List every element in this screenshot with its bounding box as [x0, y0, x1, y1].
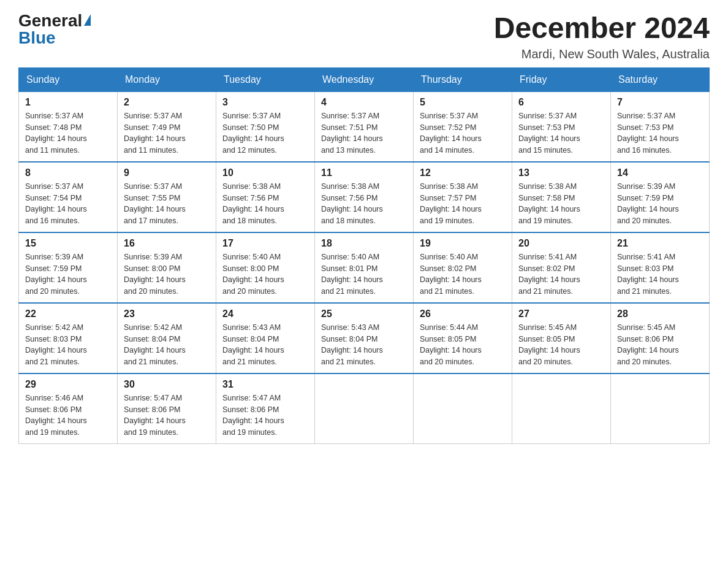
day-number: 21: [617, 238, 703, 249]
weekday-header-wednesday: Wednesday: [315, 67, 414, 91]
calendar-day-cell: 26 Sunrise: 5:44 AM Sunset: 8:05 PM Dayl…: [414, 303, 512, 373]
day-info: Sunrise: 5:42 AM Sunset: 8:03 PM Dayligh…: [25, 322, 111, 368]
month-title: December 2024: [494, 12, 710, 45]
calendar-day-cell: 21 Sunrise: 5:41 AM Sunset: 8:03 PM Dayl…: [611, 232, 710, 303]
day-number: 2: [124, 97, 210, 108]
calendar-day-cell: 27 Sunrise: 5:45 AM Sunset: 8:05 PM Dayl…: [512, 303, 611, 373]
day-info: Sunrise: 5:47 AM Sunset: 8:06 PM Dayligh…: [124, 393, 210, 439]
day-info: Sunrise: 5:45 AM Sunset: 8:06 PM Dayligh…: [617, 322, 703, 368]
calendar-day-cell: 16 Sunrise: 5:39 AM Sunset: 8:00 PM Dayl…: [118, 232, 216, 303]
day-info: Sunrise: 5:37 AM Sunset: 7:52 PM Dayligh…: [420, 110, 506, 156]
weekday-header-thursday: Thursday: [414, 67, 512, 91]
calendar-week-row: 1 Sunrise: 5:37 AM Sunset: 7:48 PM Dayli…: [19, 91, 710, 162]
day-number: 25: [321, 308, 407, 320]
day-number: 8: [25, 167, 111, 178]
calendar-day-cell: 20 Sunrise: 5:41 AM Sunset: 8:02 PM Dayl…: [512, 232, 611, 303]
day-number: 11: [321, 167, 407, 178]
day-number: 10: [222, 167, 308, 178]
day-number: 22: [25, 308, 111, 320]
calendar-day-cell: 12 Sunrise: 5:38 AM Sunset: 7:57 PM Dayl…: [414, 162, 512, 232]
day-info: Sunrise: 5:41 AM Sunset: 8:02 PM Dayligh…: [518, 251, 604, 297]
weekday-header-tuesday: Tuesday: [216, 67, 315, 91]
day-info: Sunrise: 5:46 AM Sunset: 8:06 PM Dayligh…: [25, 393, 111, 439]
title-block: December 2024 Mardi, New South Wales, Au…: [494, 12, 710, 61]
calendar-table: SundayMondayTuesdayWednesdayThursdayFrid…: [18, 67, 710, 444]
calendar-day-cell: 14 Sunrise: 5:39 AM Sunset: 7:59 PM Dayl…: [611, 162, 710, 232]
calendar-day-cell: 23 Sunrise: 5:42 AM Sunset: 8:04 PM Dayl…: [118, 303, 216, 373]
calendar-day-cell: [315, 373, 414, 444]
calendar-day-cell: 31 Sunrise: 5:47 AM Sunset: 8:06 PM Dayl…: [216, 373, 315, 444]
day-number: 27: [518, 308, 604, 320]
day-info: Sunrise: 5:37 AM Sunset: 7:54 PM Dayligh…: [25, 181, 111, 227]
day-number: 30: [124, 379, 210, 390]
day-number: 4: [321, 97, 407, 108]
day-number: 29: [25, 379, 111, 390]
day-number: 31: [222, 379, 308, 390]
logo-triangle-icon: [84, 14, 91, 26]
day-number: 18: [321, 238, 407, 249]
day-info: Sunrise: 5:43 AM Sunset: 8:04 PM Dayligh…: [222, 322, 308, 368]
calendar-day-cell: 3 Sunrise: 5:37 AM Sunset: 7:50 PM Dayli…: [216, 91, 315, 162]
day-info: Sunrise: 5:37 AM Sunset: 7:51 PM Dayligh…: [321, 110, 407, 156]
calendar-day-cell: [611, 373, 710, 444]
day-number: 7: [617, 97, 703, 108]
day-number: 23: [124, 308, 210, 320]
calendar-day-cell: 29 Sunrise: 5:46 AM Sunset: 8:06 PM Dayl…: [19, 373, 118, 444]
location-subtitle: Mardi, New South Wales, Australia: [494, 47, 710, 61]
day-info: Sunrise: 5:37 AM Sunset: 7:53 PM Dayligh…: [617, 110, 703, 156]
calendar-day-cell: 30 Sunrise: 5:47 AM Sunset: 8:06 PM Dayl…: [118, 373, 216, 444]
day-info: Sunrise: 5:39 AM Sunset: 8:00 PM Dayligh…: [124, 251, 210, 297]
weekday-header-friday: Friday: [512, 67, 611, 91]
calendar-day-cell: 9 Sunrise: 5:37 AM Sunset: 7:55 PM Dayli…: [118, 162, 216, 232]
day-number: 24: [222, 308, 308, 320]
day-info: Sunrise: 5:41 AM Sunset: 8:03 PM Dayligh…: [617, 251, 703, 297]
day-info: Sunrise: 5:40 AM Sunset: 8:00 PM Dayligh…: [222, 251, 308, 297]
calendar-day-cell: 7 Sunrise: 5:37 AM Sunset: 7:53 PM Dayli…: [611, 91, 710, 162]
calendar-day-cell: 4 Sunrise: 5:37 AM Sunset: 7:51 PM Dayli…: [315, 91, 414, 162]
day-number: 12: [420, 167, 506, 178]
day-info: Sunrise: 5:37 AM Sunset: 7:53 PM Dayligh…: [518, 110, 604, 156]
day-info: Sunrise: 5:43 AM Sunset: 8:04 PM Dayligh…: [321, 322, 407, 368]
day-info: Sunrise: 5:38 AM Sunset: 7:56 PM Dayligh…: [222, 181, 308, 227]
day-number: 14: [617, 167, 703, 178]
day-number: 16: [124, 238, 210, 249]
weekday-header-row: SundayMondayTuesdayWednesdayThursdayFrid…: [19, 67, 710, 91]
calendar-day-cell: 13 Sunrise: 5:38 AM Sunset: 7:58 PM Dayl…: [512, 162, 611, 232]
page-header: General Blue December 2024 Mardi, New So…: [18, 12, 710, 61]
day-number: 20: [518, 238, 604, 249]
weekday-header-monday: Monday: [118, 67, 216, 91]
day-info: Sunrise: 5:39 AM Sunset: 7:59 PM Dayligh…: [25, 251, 111, 297]
day-info: Sunrise: 5:37 AM Sunset: 7:50 PM Dayligh…: [222, 110, 308, 156]
calendar-day-cell: [414, 373, 512, 444]
calendar-day-cell: 11 Sunrise: 5:38 AM Sunset: 7:56 PM Dayl…: [315, 162, 414, 232]
day-number: 19: [420, 238, 506, 249]
day-number: 3: [222, 97, 308, 108]
day-info: Sunrise: 5:47 AM Sunset: 8:06 PM Dayligh…: [222, 393, 308, 439]
calendar-week-row: 22 Sunrise: 5:42 AM Sunset: 8:03 PM Dayl…: [19, 303, 710, 373]
weekday-header-sunday: Sunday: [19, 67, 118, 91]
day-number: 15: [25, 238, 111, 249]
day-info: Sunrise: 5:42 AM Sunset: 8:04 PM Dayligh…: [124, 322, 210, 368]
day-info: Sunrise: 5:38 AM Sunset: 7:56 PM Dayligh…: [321, 181, 407, 227]
day-info: Sunrise: 5:40 AM Sunset: 8:01 PM Dayligh…: [321, 251, 407, 297]
calendar-day-cell: 24 Sunrise: 5:43 AM Sunset: 8:04 PM Dayl…: [216, 303, 315, 373]
day-info: Sunrise: 5:38 AM Sunset: 7:58 PM Dayligh…: [518, 181, 604, 227]
day-number: 13: [518, 167, 604, 178]
calendar-week-row: 15 Sunrise: 5:39 AM Sunset: 7:59 PM Dayl…: [19, 232, 710, 303]
calendar-day-cell: 5 Sunrise: 5:37 AM Sunset: 7:52 PM Dayli…: [414, 91, 512, 162]
calendar-day-cell: 1 Sunrise: 5:37 AM Sunset: 7:48 PM Dayli…: [19, 91, 118, 162]
calendar-day-cell: 10 Sunrise: 5:38 AM Sunset: 7:56 PM Dayl…: [216, 162, 315, 232]
logo-blue: Blue: [18, 29, 56, 47]
day-info: Sunrise: 5:39 AM Sunset: 7:59 PM Dayligh…: [617, 181, 703, 227]
day-number: 1: [25, 97, 111, 108]
calendar-day-cell: 28 Sunrise: 5:45 AM Sunset: 8:06 PM Dayl…: [611, 303, 710, 373]
logo-general: General: [18, 12, 82, 29]
day-info: Sunrise: 5:44 AM Sunset: 8:05 PM Dayligh…: [420, 322, 506, 368]
day-info: Sunrise: 5:37 AM Sunset: 7:49 PM Dayligh…: [124, 110, 210, 156]
calendar-week-row: 29 Sunrise: 5:46 AM Sunset: 8:06 PM Dayl…: [19, 373, 710, 444]
calendar-day-cell: 25 Sunrise: 5:43 AM Sunset: 8:04 PM Dayl…: [315, 303, 414, 373]
day-number: 9: [124, 167, 210, 178]
weekday-header-saturday: Saturday: [611, 67, 710, 91]
day-info: Sunrise: 5:40 AM Sunset: 8:02 PM Dayligh…: [420, 251, 506, 297]
day-number: 28: [617, 308, 703, 320]
